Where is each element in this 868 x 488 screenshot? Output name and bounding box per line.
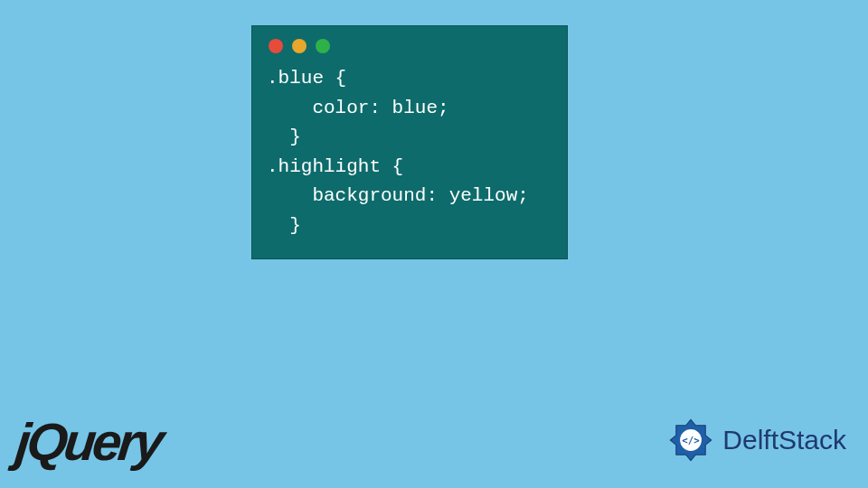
code-body: .blue { color: blue; } .highlight { back… (252, 61, 567, 240)
svg-text:</>: </> (683, 435, 701, 446)
delftstack-logo: </> DelftStack (666, 416, 846, 465)
maximize-icon (316, 39, 330, 53)
code-window: .blue { color: blue; } .highlight { back… (251, 25, 568, 259)
minimize-icon (292, 39, 307, 53)
delftstack-icon: </> (666, 416, 715, 465)
delftstack-text: DelftStack (722, 425, 846, 455)
window-titlebar (252, 26, 567, 61)
jquery-logo: jQuery (13, 411, 164, 472)
close-icon (269, 39, 283, 53)
